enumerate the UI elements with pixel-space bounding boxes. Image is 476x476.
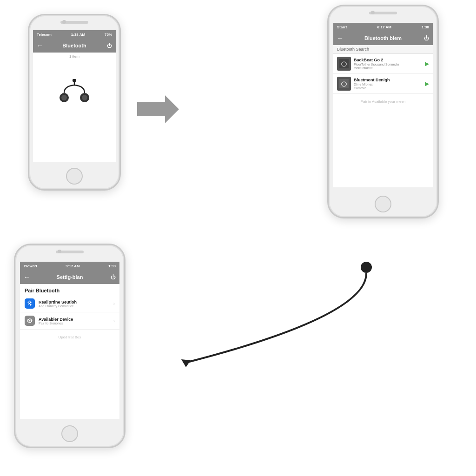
list-item-2-text: Bluetmont Denigh Dime Mionec Comrare	[354, 78, 422, 90]
settings-item-bluetooth[interactable]: Realiprtine Seutioh Ang Pionerty Comunti…	[20, 295, 119, 312]
list-item-2-title: Bluetmont Denigh	[354, 78, 422, 82]
settings-item-2-sub: Pair lio Sionones	[39, 322, 110, 325]
phone2-back-icon[interactable]: ←	[337, 34, 344, 42]
phone1-battery: 75%	[105, 33, 112, 37]
list-item-1-title: BackBeat Go 2	[354, 58, 422, 62]
phone3-battery: 1:39	[108, 264, 116, 268]
list-item-1-play-icon[interactable]: ▶	[425, 60, 429, 67]
list-item-1-sub1: FloorTother thousand Sonnecln	[354, 63, 422, 66]
phone1-nav-title: Bluetooth	[62, 43, 86, 48]
settings-item-2-title: Availabler Device	[39, 317, 110, 322]
list-item-2-sub2: Comrare	[354, 86, 422, 90]
phone-bottom-left: Plowert 9:17 AM 1:39 ← Settig-blan ⏻ Pai…	[14, 244, 126, 448]
list-item-1-thumb	[337, 57, 351, 71]
phone2-time: 6:17 AM	[377, 25, 391, 29]
phone3-empty-hint: Updd frat Bex	[20, 330, 119, 345]
svg-rect-8	[341, 63, 342, 65]
phone-top-left: Telecom 1:38 AM 75% ← Bluetooth ⏻ 1 item	[28, 14, 121, 191]
list-item-2[interactable]: Bluetmont Denigh Dime Mionec Comrare ▶	[333, 74, 433, 94]
phone1-carrier: Telecom	[37, 33, 52, 37]
phone3-power-icon[interactable]: ⏻	[111, 274, 116, 280]
list-item-2-sub1: Dime Mionec	[354, 83, 422, 86]
list-item-1-sub2: table intuitive	[354, 66, 422, 70]
phone-top-right: Starrt 6:17 AM 1:38 ← Bluetooth blem ⏻ B…	[327, 5, 439, 218]
phone2-carrier: Starrt	[337, 25, 347, 29]
settings-item-1-chevron: ›	[113, 301, 115, 306]
phone3-page-title: Pair Bluetooth	[20, 284, 119, 295]
phone3-home-button[interactable]	[61, 425, 78, 442]
phone3-screen: Plowert 9:17 AM 1:39 ← Settig-blan ⏻ Pai…	[20, 262, 119, 419]
bluetooth-svg	[26, 300, 33, 307]
phone3-back-icon[interactable]: ←	[24, 273, 30, 281]
svg-marker-17	[181, 359, 191, 367]
phone2-home-button[interactable]	[375, 196, 391, 212]
phone3-nav-title: Settig-blan	[57, 274, 83, 280]
headphones-icon-1	[339, 59, 349, 68]
phone1-home-button[interactable]	[66, 168, 83, 185]
earbuds-illustration	[33, 60, 116, 121]
svg-rect-12	[341, 83, 342, 85]
svg-point-16	[361, 262, 372, 273]
phone3-time: 9:17 AM	[66, 264, 79, 268]
svg-rect-13	[346, 83, 347, 85]
settings-item-2-text: Availabler Device Pair lio Sionones	[39, 317, 110, 325]
phone2-nav-bar: ← Bluetooth blem ⏻	[333, 31, 433, 45]
phone2-power-icon[interactable]: ⏻	[424, 35, 429, 41]
arrow-right	[135, 93, 177, 126]
settings-item-1-sub: Ang Pionerty Comuntice	[39, 304, 110, 308]
phone3-carrier: Plowert	[24, 264, 37, 268]
phone2-empty-hint: Pair in Available your meen	[333, 94, 433, 109]
phone3-status-bar: Plowert 9:17 AM 1:39	[20, 262, 119, 270]
svg-point-15	[29, 320, 31, 322]
svg-rect-9	[346, 63, 347, 65]
earbuds-svg	[56, 72, 93, 109]
svg-rect-4	[73, 79, 76, 82]
phone2-status-bar: Starrt 6:17 AM 1:38	[333, 23, 433, 31]
phone1-status-bar: Telecom 1:38 AM 75%	[33, 30, 116, 39]
phone1-subtitle: 1 item	[33, 53, 116, 60]
bluetooth-icon	[25, 298, 35, 309]
phone1-back-icon[interactable]: ←	[37, 42, 43, 49]
svg-point-3	[82, 95, 87, 100]
settings-item-devices[interactable]: Availabler Device Pair lio Sionones ›	[20, 312, 119, 330]
list-item-1-text: BackBeat Go 2 FloorTother thousand Sonne…	[354, 58, 422, 70]
devices-svg	[26, 317, 33, 324]
settings-item-1-title: Realiprtine Seutioh	[39, 300, 110, 304]
settings-item-1-text: Realiprtine Seutioh Ang Pionerty Comunti…	[39, 300, 110, 308]
list-item-1[interactable]: BackBeat Go 2 FloorTother thousand Sonne…	[333, 54, 433, 74]
svg-rect-10	[339, 79, 349, 88]
phone1-screen: Telecom 1:38 AM 75% ← Bluetooth ⏻ 1 item	[33, 30, 116, 162]
phone2-section-header: Bluetooth Search	[333, 45, 433, 54]
phone3-nav-bar: ← Settig-blan ⏻	[20, 270, 119, 284]
phone1-nav-bar: ← Bluetooth ⏻	[33, 39, 116, 53]
phone2-screen: Starrt 6:17 AM 1:38 ← Bluetooth blem ⏻ B…	[333, 23, 433, 187]
phone1-time: 1:38 AM	[71, 33, 85, 37]
svg-marker-5	[137, 95, 179, 123]
headphones-icon-2	[339, 79, 349, 88]
phone1-power-icon[interactable]: ⏻	[107, 43, 112, 48]
phone2-battery: 1:38	[422, 25, 429, 29]
phone2-nav-title: Bluetooth blem	[364, 35, 402, 41]
svg-rect-6	[339, 59, 349, 68]
right-arrow-svg	[135, 93, 181, 126]
list-item-2-play-icon[interactable]: ▶	[425, 80, 429, 87]
phone1-content: 1 item	[33, 53, 116, 121]
settings-item-2-chevron: ›	[113, 318, 115, 324]
available-devices-icon	[25, 316, 35, 326]
list-item-2-thumb	[337, 77, 351, 91]
svg-point-1	[61, 95, 67, 100]
